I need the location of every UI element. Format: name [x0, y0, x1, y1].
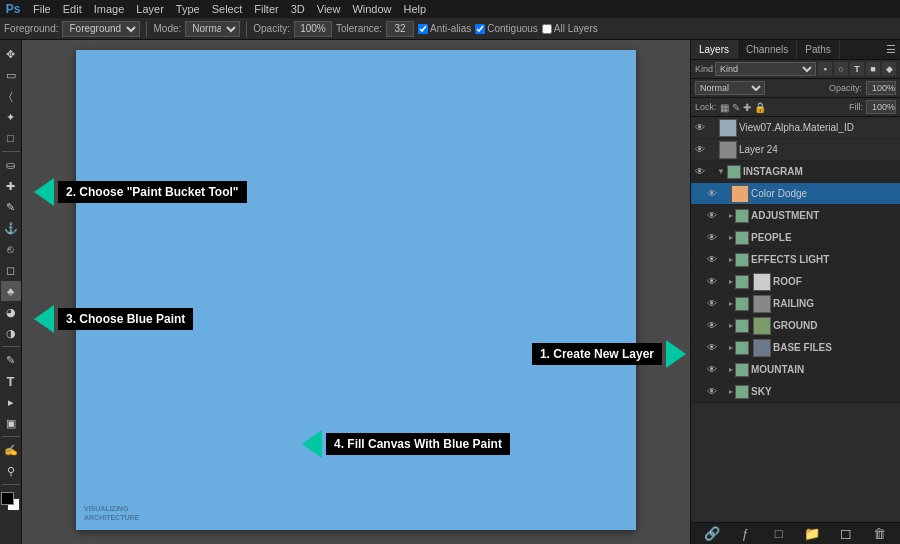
layer-group[interactable]: 👁 ▸ MOUNTAIN: [691, 359, 900, 381]
group-arrow-icon[interactable]: ▸: [729, 211, 733, 220]
layer-group[interactable]: 👁 ▸ BASE FILES: [691, 337, 900, 359]
layer-visibility-icon[interactable]: 👁: [705, 231, 719, 245]
group-arrow-icon[interactable]: ▸: [729, 365, 733, 374]
opacity-value-input[interactable]: [866, 81, 896, 95]
layer-visibility-icon[interactable]: 👁: [705, 385, 719, 399]
blend-mode-select[interactable]: Normal: [695, 81, 765, 95]
lock-all-icon[interactable]: 🔒: [754, 102, 766, 113]
layer-item[interactable]: 👁 Layer 24: [691, 139, 900, 161]
pen-tool[interactable]: ✎: [1, 350, 21, 370]
heal-tool[interactable]: ✚: [1, 176, 21, 196]
contiguous-checkbox[interactable]: [475, 24, 485, 34]
canvas-workspace[interactable]: VISUALIZING ARCHITECTURE 2. Choose "Pain…: [22, 40, 690, 544]
layer-group[interactable]: 👁 ▸ ADJUSTMENT: [691, 205, 900, 227]
lock-image-icon[interactable]: ✎: [732, 102, 740, 113]
group-arrow-icon[interactable]: ▸: [729, 387, 733, 396]
add-style-button[interactable]: ƒ: [736, 525, 754, 543]
shape-tool[interactable]: ▣: [1, 413, 21, 433]
group-arrow-icon[interactable]: ▸: [729, 321, 733, 330]
menu-file[interactable]: File: [28, 0, 56, 18]
layer-visibility-icon[interactable]: 👁: [705, 297, 719, 311]
type-tool[interactable]: T: [1, 371, 21, 391]
group-arrow-icon[interactable]: ▸: [729, 343, 733, 352]
menu-view[interactable]: View: [312, 0, 346, 18]
blur-tool[interactable]: ◕: [1, 302, 21, 322]
selection-tool[interactable]: ▭: [1, 65, 21, 85]
add-mask-button[interactable]: □: [770, 525, 788, 543]
history-brush-tool[interactable]: ⎋: [1, 239, 21, 259]
canvas-document[interactable]: VISUALIZING ARCHITECTURE: [76, 50, 636, 530]
foreground-color-swatch[interactable]: [1, 492, 14, 505]
opacity-input[interactable]: [294, 21, 332, 37]
layer-visibility-icon[interactable]: 👁: [693, 165, 707, 179]
menu-edit[interactable]: Edit: [58, 0, 87, 18]
zoom-tool[interactable]: ⚲: [1, 461, 21, 481]
new-layer-button[interactable]: □: [837, 525, 855, 543]
layer-group[interactable]: 👁 ▸ EFFECTS LIGHT: [691, 249, 900, 271]
menu-3d[interactable]: 3D: [286, 0, 310, 18]
layer-group[interactable]: 👁 ▸ RAILING: [691, 293, 900, 315]
layer-visibility-icon[interactable]: 👁: [693, 143, 707, 157]
move-tool[interactable]: ✥: [1, 44, 21, 64]
layer-group[interactable]: 👁 ▸ GROUND: [691, 315, 900, 337]
group-arrow-icon[interactable]: ▸: [729, 255, 733, 264]
mode-select[interactable]: Normal: [185, 21, 240, 37]
panel-options-icon[interactable]: ☰: [882, 40, 900, 59]
layer-group[interactable]: 👁 ▸ ROOF: [691, 271, 900, 293]
delete-layer-button[interactable]: 🗑: [870, 525, 888, 543]
group-arrow-icon[interactable]: ▸: [729, 277, 733, 286]
brush-tool[interactable]: ✎: [1, 197, 21, 217]
group-arrow-icon[interactable]: ▸: [729, 299, 733, 308]
layer-visibility-icon[interactable]: 👁: [705, 341, 719, 355]
group-arrow-icon[interactable]: ▸: [729, 233, 733, 242]
layer-visibility-icon[interactable]: 👁: [705, 275, 719, 289]
tolerance-input[interactable]: [386, 21, 414, 37]
filter-pixel-btn[interactable]: ▪: [818, 62, 832, 76]
dodge-tool[interactable]: ◑: [1, 323, 21, 343]
filter-shape-btn[interactable]: ■: [866, 62, 880, 76]
layer-visibility-icon[interactable]: 👁: [705, 253, 719, 267]
lock-position-icon[interactable]: ✚: [743, 102, 751, 113]
layer-visibility-icon[interactable]: 👁: [705, 319, 719, 333]
menu-layer[interactable]: Layer: [131, 0, 169, 18]
tab-layers[interactable]: Layers: [691, 40, 738, 59]
color-swatches[interactable]: [1, 492, 21, 512]
tab-channels[interactable]: Channels: [738, 40, 797, 59]
layer-visibility-icon[interactable]: 👁: [705, 363, 719, 377]
lasso-tool[interactable]: 〈: [1, 86, 21, 106]
layer-visibility-icon[interactable]: 👁: [693, 121, 707, 135]
group-arrow-icon[interactable]: ▼: [717, 167, 725, 176]
layer-list[interactable]: 👁 View07.Alpha.Material_ID 👁 Layer 24 👁 …: [691, 117, 900, 522]
hand-tool[interactable]: ✍: [1, 440, 21, 460]
menu-select[interactable]: Select: [207, 0, 248, 18]
tab-paths[interactable]: Paths: [797, 40, 840, 59]
all-layers-checkbox[interactable]: [542, 24, 552, 34]
layer-visibility-icon[interactable]: 👁: [705, 209, 719, 223]
eyedropper-tool[interactable]: ⛀: [1, 155, 21, 175]
filter-smart-btn[interactable]: ◆: [882, 62, 896, 76]
menu-image[interactable]: Image: [89, 0, 130, 18]
layer-item[interactable]: 👁 View07.Alpha.Material_ID: [691, 117, 900, 139]
lock-transparent-icon[interactable]: ▦: [720, 102, 729, 113]
layer-visibility-icon[interactable]: 👁: [705, 187, 719, 201]
layer-group[interactable]: 👁 ▸ PEOPLE: [691, 227, 900, 249]
magic-wand-tool[interactable]: ✦: [1, 107, 21, 127]
layer-group[interactable]: 👁 ▸ SKY: [691, 381, 900, 403]
foreground-select[interactable]: Foreground: [62, 21, 140, 37]
stamp-tool[interactable]: ⚓: [1, 218, 21, 238]
menu-filter[interactable]: Filter: [249, 0, 283, 18]
menu-type[interactable]: Type: [171, 0, 205, 18]
filter-adjust-btn[interactable]: ○: [834, 62, 848, 76]
layer-group[interactable]: 👁 ▼ INSTAGRAM: [691, 161, 900, 183]
new-group-button[interactable]: 📁: [803, 525, 821, 543]
fill-value-input[interactable]: [866, 100, 896, 114]
eraser-tool[interactable]: ◻: [1, 260, 21, 280]
path-selection-tool[interactable]: ▸: [1, 392, 21, 412]
layer-item-active[interactable]: 👁 Color Dodge: [691, 183, 900, 205]
link-layers-button[interactable]: 🔗: [703, 525, 721, 543]
kind-select[interactable]: Kind: [715, 62, 816, 76]
menu-help[interactable]: Help: [399, 0, 432, 18]
menu-window[interactable]: Window: [347, 0, 396, 18]
crop-tool[interactable]: □: [1, 128, 21, 148]
anti-alias-checkbox[interactable]: [418, 24, 428, 34]
